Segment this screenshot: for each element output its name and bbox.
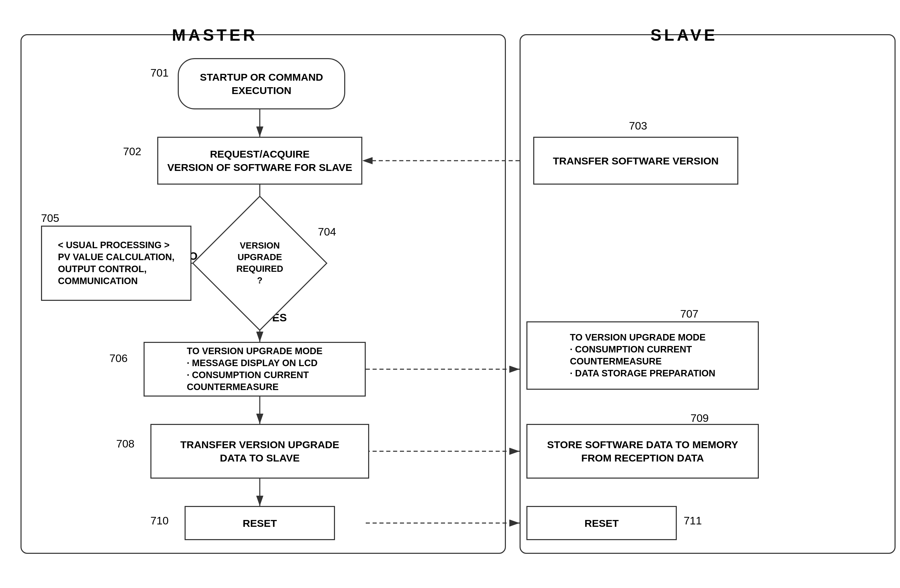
node-703-text: TRANSFER SOFTWARE VERSION <box>553 154 718 168</box>
ref-707: 707 <box>680 308 698 320</box>
node-707: TO VERSION UPGRADE MODE · CONSUMPTION CU… <box>526 321 759 390</box>
node-701: STARTUP OR COMMAND EXECUTION <box>178 58 345 109</box>
ref-705: 705 <box>41 212 59 225</box>
node-709-text: STORE SOFTWARE DATA TO MEMORY FROM RECEP… <box>547 438 738 465</box>
node-707-text: TO VERSION UPGRADE MODE · CONSUMPTION CU… <box>566 328 719 383</box>
node-708: TRANSFER VERSION UPGRADE DATA TO SLAVE <box>151 424 369 479</box>
ref-703: 703 <box>629 119 647 132</box>
node-704: VERSIONUPGRADE REQUIRED? <box>212 216 308 311</box>
node-704-text: VERSIONUPGRADE REQUIRED? <box>226 240 294 286</box>
node-706-text: TO VERSION UPGRADE MODE · MESSAGE DISPLA… <box>183 342 326 397</box>
node-703: TRANSFER SOFTWARE VERSION <box>533 137 738 185</box>
node-701-text: STARTUP OR COMMAND EXECUTION <box>200 70 323 97</box>
ref-704: 704 <box>318 226 336 238</box>
node-709: STORE SOFTWARE DATA TO MEMORY FROM RECEP… <box>526 424 759 479</box>
node-702-text: REQUEST/ACQUIRE VERSION OF SOFTWARE FOR … <box>167 147 352 174</box>
node-705: < USUAL PROCESSING > PV VALUE CALCULATIO… <box>41 226 191 301</box>
ref-708: 708 <box>116 438 134 450</box>
node-705-text: < USUAL PROCESSING > PV VALUE CALCULATIO… <box>55 236 178 290</box>
ref-710: 710 <box>151 515 169 527</box>
node-706: TO VERSION UPGRADE MODE · MESSAGE DISPLA… <box>144 342 366 397</box>
ref-702: 702 <box>123 145 141 158</box>
node-702: REQUEST/ACQUIRE VERSION OF SOFTWARE FOR … <box>157 137 362 185</box>
node-708-text: TRANSFER VERSION UPGRADE DATA TO SLAVE <box>180 438 339 465</box>
ref-709: 709 <box>691 412 709 425</box>
diagram-container: MASTER SLAVE <box>20 14 880 574</box>
ref-711: 711 <box>684 515 702 527</box>
ref-701: 701 <box>151 67 169 79</box>
node-711-text: RESET <box>585 517 619 530</box>
node-710: RESET <box>185 506 335 540</box>
node-710-text: RESET <box>243 517 277 530</box>
node-711: RESET <box>526 506 677 540</box>
ref-706: 706 <box>109 352 127 365</box>
